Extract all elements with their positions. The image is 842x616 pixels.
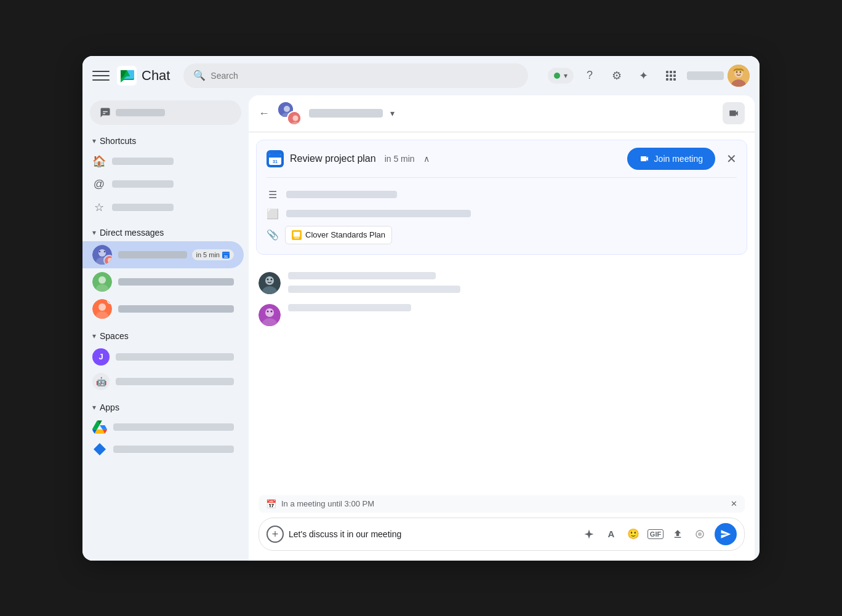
svg-rect-45 xyxy=(277,153,278,156)
app-item-drive[interactable] xyxy=(82,416,244,438)
user-area[interactable] xyxy=(687,65,750,87)
svg-rect-9 xyxy=(673,78,676,81)
text-format-icon: A xyxy=(608,529,615,539)
msg-content-2 xyxy=(288,304,745,311)
meeting-expand-icon[interactable]: ∧ xyxy=(423,154,430,164)
svg-point-53 xyxy=(271,278,273,280)
status-button[interactable]: ▾ xyxy=(548,68,574,84)
svg-point-35 xyxy=(284,106,290,112)
new-chat-button[interactable] xyxy=(90,100,241,125)
drive-icon xyxy=(92,420,107,434)
msg-line-1b xyxy=(288,286,460,293)
msg-avatar-1 xyxy=(259,272,281,294)
detail-text-2 xyxy=(286,210,471,217)
shortcuts-section-header[interactable]: ▾ Shortcuts xyxy=(82,132,249,150)
help-button[interactable]: ? xyxy=(579,65,601,87)
chat-header-name xyxy=(309,109,383,118)
meeting-banner: 31 Review project plan in 5 min ∧ xyxy=(256,140,747,255)
grid-button[interactable] xyxy=(660,65,682,87)
svg-rect-8 xyxy=(670,78,672,81)
msg-avatar-2 xyxy=(259,304,281,326)
svg-text:31: 31 xyxy=(224,255,228,258)
app-window: Chat 🔍 ▾ ? ⚙ ✦ xyxy=(82,56,760,561)
drive-app-label xyxy=(113,423,234,431)
calendar-icon: 31 xyxy=(267,150,284,167)
input-actions: A 🙂 GIF xyxy=(579,524,710,544)
chat-header-chevron-icon[interactable]: ▾ xyxy=(390,108,395,118)
chat-header-avatars xyxy=(277,101,302,126)
video-call-button[interactable] xyxy=(723,102,745,124)
dm-avatar-2 xyxy=(92,272,112,292)
svg-rect-42 xyxy=(269,156,281,158)
gear-icon: ⚙ xyxy=(612,69,622,82)
space-j-label xyxy=(116,353,234,361)
chat-header: ← xyxy=(249,95,755,132)
msg-line-1a xyxy=(288,272,436,279)
record-button[interactable] xyxy=(690,524,710,544)
format-text-button[interactable]: A xyxy=(601,524,621,544)
menu-icon[interactable] xyxy=(92,67,110,84)
back-button[interactable]: ← xyxy=(259,107,270,120)
sidebar-item-home[interactable]: 🏠 xyxy=(82,150,244,173)
sidebar-item-mentions[interactable]: @ xyxy=(82,173,244,196)
meeting-banner-details: ☰ ⬜ 📎 xyxy=(267,177,737,247)
message-row-2 xyxy=(259,304,745,326)
message-input[interactable] xyxy=(289,529,574,539)
logo-area: Chat xyxy=(117,66,170,86)
chat-logo-icon xyxy=(117,66,137,86)
search-icon: 🔍 xyxy=(193,70,206,81)
search-bar[interactable]: 🔍 xyxy=(183,63,528,88)
user-avatar[interactable] xyxy=(728,65,750,87)
upload-button[interactable] xyxy=(668,524,688,544)
svg-point-57 xyxy=(267,310,269,312)
mention-icon: @ xyxy=(92,178,106,191)
dm-item-1[interactable]: in 5 min 31 xyxy=(82,241,244,268)
apps-section-header[interactable]: ▾ Apps xyxy=(82,399,249,416)
svg-rect-6 xyxy=(673,74,676,77)
meeting-status-bar: 📅 In a meeting until 3:00 PM ✕ xyxy=(259,495,745,513)
chat-header-avatar2 xyxy=(287,111,302,126)
meeting-detail-row-2: ⬜ xyxy=(267,204,737,223)
svg-rect-44 xyxy=(272,153,273,156)
ai-button[interactable] xyxy=(579,524,599,544)
svg-point-18 xyxy=(99,250,101,252)
dm-section-title: Direct messages xyxy=(100,228,164,238)
send-button[interactable] xyxy=(715,523,737,545)
spaces-section-header[interactable]: ▾ Spaces xyxy=(82,327,249,345)
close-meeting-button[interactable]: ✕ xyxy=(726,153,737,165)
dm-avatar-1 xyxy=(92,245,112,265)
dm-item-2[interactable] xyxy=(82,268,244,295)
top-actions: ▾ ? ⚙ ✦ xyxy=(548,65,750,87)
svg-point-38 xyxy=(293,116,299,121)
attachment-chip[interactable]: Clover Standards Plan xyxy=(285,226,392,244)
dm-section-header[interactable]: ▾ Direct messages xyxy=(82,224,249,241)
svg-text:31: 31 xyxy=(273,159,278,164)
home-label xyxy=(112,158,174,165)
svg-rect-1 xyxy=(666,71,668,73)
message-input-bar[interactable]: + A xyxy=(259,518,745,551)
emoji-button[interactable]: 🙂 xyxy=(623,524,643,544)
apps-section-title: Apps xyxy=(100,402,119,412)
close-status-button[interactable]: ✕ xyxy=(731,499,737,508)
gif-button[interactable]: GIF xyxy=(646,524,665,544)
svg-point-16 xyxy=(98,249,106,257)
content-area: ← xyxy=(249,95,755,561)
dm-item-3[interactable] xyxy=(82,295,244,322)
app-item-2[interactable] xyxy=(82,438,244,460)
meeting-title: Review project plan xyxy=(290,153,376,164)
space-item-bot[interactable]: 🤖 xyxy=(82,369,244,394)
settings-button[interactable]: ⚙ xyxy=(606,65,628,87)
spaces-chevron-icon: ▾ xyxy=(92,332,96,340)
add-button[interactable]: + xyxy=(267,526,284,543)
slides-icon xyxy=(292,230,302,240)
space-item-j[interactable]: J xyxy=(82,345,244,369)
search-input[interactable] xyxy=(210,71,518,81)
mentions-label xyxy=(112,180,174,188)
svg-point-28 xyxy=(98,276,106,284)
sparkle-button[interactable]: ✦ xyxy=(633,65,655,87)
sidebar-item-starred[interactable]: ☆ xyxy=(82,196,244,219)
chevron-down-icon: ▾ xyxy=(564,71,567,80)
starred-label xyxy=(112,204,174,211)
sparkle-icon: ✦ xyxy=(639,69,648,82)
join-meeting-button[interactable]: Join meeting xyxy=(627,148,715,170)
